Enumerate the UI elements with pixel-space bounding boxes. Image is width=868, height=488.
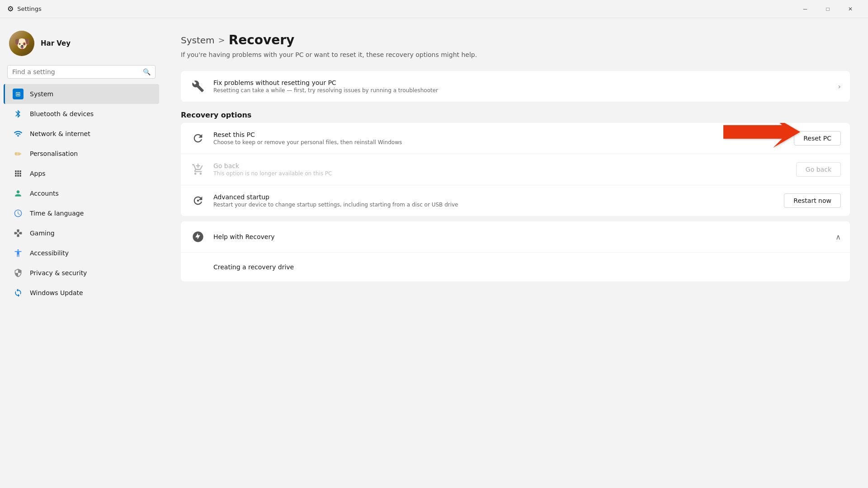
titlebar-title: Settings [17, 5, 791, 12]
recovery-options-title: Recovery options [181, 111, 850, 119]
go-back-row[interactable]: Go back This option is no longer availab… [181, 154, 850, 185]
go-back-button: Go back [796, 162, 841, 177]
bluetooth-icon [13, 108, 24, 119]
sidebar-item-label-apps: Apps [30, 170, 46, 177]
user-name: Har Vey [41, 39, 71, 47]
go-back-icon [190, 161, 206, 178]
windows-update-icon [13, 287, 24, 298]
user-profile: Har Vey [0, 25, 163, 65]
sidebar-item-label-privacy: Privacy & security [30, 269, 87, 277]
fix-problems-title: Fix problems without resetting your PC [213, 79, 831, 86]
go-back-text: Go back This option is no longer availab… [213, 162, 789, 177]
gaming-icon [13, 228, 24, 239]
reset-pc-subtitle: Choose to keep or remove your personal f… [213, 139, 787, 145]
sidebar-item-gaming[interactable]: Gaming [4, 223, 159, 243]
recovery-options-card: Reset this PC Choose to keep or remove y… [181, 123, 850, 216]
sidebar-item-system[interactable]: ⊞ System [4, 84, 159, 104]
sidebar-item-time[interactable]: Time & language [4, 203, 159, 223]
network-icon [13, 128, 24, 139]
fix-problems-row[interactable]: Fix problems without resetting your PC R… [181, 71, 850, 102]
sidebar-item-label-time: Time & language [30, 210, 84, 217]
reset-pc-button[interactable]: Reset PC [794, 131, 841, 145]
maximize-button[interactable]: □ [817, 2, 838, 16]
help-toggle-icon: ∧ [835, 233, 841, 241]
system-icon: ⊞ [13, 89, 24, 99]
breadcrumb-separator: > [218, 35, 225, 45]
svg-point-1 [197, 200, 199, 202]
titlebar-controls: ─ □ ✕ [795, 2, 861, 16]
sidebar-item-accessibility[interactable]: Accessibility [4, 243, 159, 263]
advanced-startup-title: Advanced startup [213, 193, 777, 201]
privacy-icon [13, 267, 24, 278]
help-item-recovery-drive[interactable]: Creating a recovery drive [213, 260, 841, 274]
fix-problems-chevron: › [838, 82, 841, 91]
sidebar-item-label-accounts: Accounts [30, 190, 59, 197]
sidebar-item-bluetooth[interactable]: Bluetooth & devices [4, 104, 159, 124]
search-input[interactable] [12, 68, 139, 75]
minimize-button[interactable]: ─ [795, 2, 816, 16]
go-back-title: Go back [213, 162, 789, 169]
avatar-image [9, 31, 34, 56]
sidebar-item-privacy[interactable]: Privacy & security [4, 263, 159, 283]
reset-pc-text: Reset this PC Choose to keep or remove y… [213, 131, 787, 145]
help-header[interactable]: Help with Recovery ∧ [181, 221, 850, 252]
advanced-startup-subtitle: Restart your device to change startup se… [213, 202, 777, 208]
page-description: If you're having problems with your PC o… [181, 51, 850, 58]
settings-icon: ⚙️ [7, 5, 14, 13]
close-button[interactable]: ✕ [840, 2, 861, 16]
sidebar-item-label-gaming: Gaming [30, 230, 55, 237]
reset-pc-icon [190, 130, 206, 146]
help-icon [190, 229, 206, 245]
sidebar-item-accounts[interactable]: Accounts [4, 183, 159, 203]
breadcrumb-parent[interactable]: System [181, 35, 215, 46]
breadcrumb-current: Recovery [229, 33, 295, 47]
sidebar-item-label-system: System [30, 90, 53, 98]
search-container: 🔍 [0, 65, 163, 84]
advanced-startup-row[interactable]: Advanced startup Restart your device to … [181, 185, 850, 216]
sidebar-item-label-accessibility: Accessibility [30, 249, 69, 257]
fix-problems-icon [190, 78, 206, 94]
sidebar-item-label-personalisation: Personalisation [30, 150, 78, 157]
sidebar-item-network[interactable]: Network & internet [4, 124, 159, 144]
time-icon [13, 208, 24, 219]
apps-icon [13, 168, 24, 179]
sidebar-item-apps[interactable]: Apps [4, 164, 159, 183]
personalisation-icon: ✏️ [13, 148, 24, 159]
breadcrumb: System > Recovery [181, 33, 850, 47]
search-icon: 🔍 [143, 68, 151, 75]
reset-pc-title: Reset this PC [213, 131, 787, 138]
advanced-startup-text: Advanced startup Restart your device to … [213, 193, 777, 208]
search-box: 🔍 [7, 65, 156, 79]
fix-problems-text: Fix problems without resetting your PC R… [213, 79, 831, 94]
fix-problems-subtitle: Resetting can take a while — first, try … [213, 87, 831, 94]
content-area: System > Recovery If you're having probl… [163, 18, 868, 488]
help-card: Help with Recovery ∧ Creating a recovery… [181, 221, 850, 282]
reset-pc-row[interactable]: Reset this PC Choose to keep or remove y… [181, 123, 850, 154]
sidebar-item-personalisation[interactable]: ✏️ Personalisation [4, 144, 159, 164]
restart-now-button[interactable]: Restart now [784, 193, 841, 208]
sidebar-item-label-windows-update: Windows Update [30, 289, 83, 296]
titlebar: ⚙️ Settings ─ □ ✕ [0, 0, 868, 18]
app-container: Har Vey 🔍 ⊞ System Bluetooth & devices N… [0, 18, 868, 488]
accessibility-icon [13, 248, 24, 258]
sidebar-item-label-bluetooth: Bluetooth & devices [30, 110, 94, 117]
sidebar-item-label-network: Network & internet [30, 130, 90, 137]
sidebar: Har Vey 🔍 ⊞ System Bluetooth & devices N… [0, 18, 163, 488]
help-title: Help with Recovery [213, 233, 828, 240]
sidebar-item-windows-update[interactable]: Windows Update [4, 283, 159, 303]
go-back-subtitle: This option is no longer available on th… [213, 170, 789, 177]
help-content: Creating a recovery drive [181, 252, 850, 282]
accounts-icon [13, 188, 24, 199]
avatar [9, 31, 34, 56]
advanced-startup-icon [190, 192, 206, 209]
fix-problems-card: Fix problems without resetting your PC R… [181, 71, 850, 102]
